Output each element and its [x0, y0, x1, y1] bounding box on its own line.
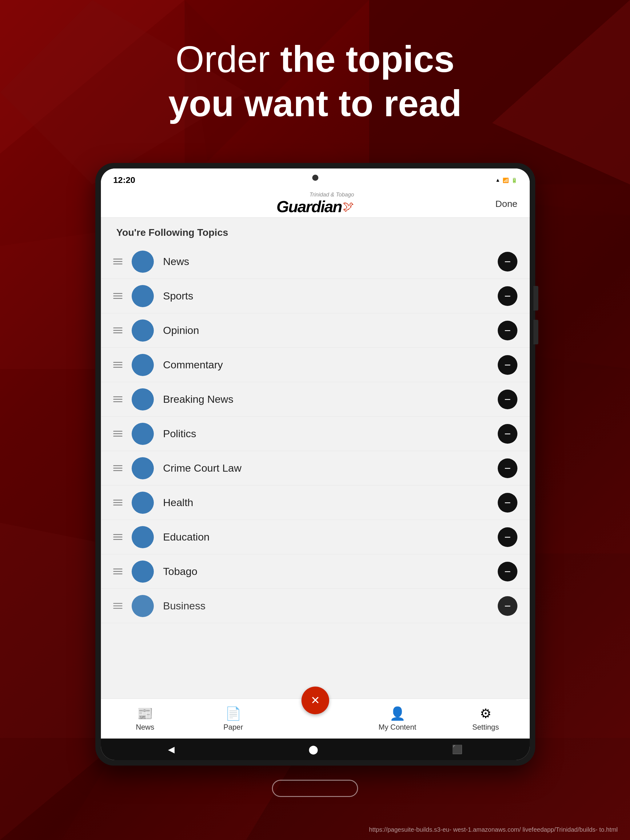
nav-item-news[interactable]: 📰 News [123, 706, 166, 731]
topic-name-commentary: Commentary [163, 359, 489, 371]
topic-name-crime-court-law: Crime Court Law [163, 462, 489, 474]
remove-btn-crime-court-law[interactable] [498, 458, 518, 478]
drag-handle-tobago[interactable] [113, 568, 122, 574]
news-nav-label: News [136, 723, 154, 731]
wifi-icon: ▲ [495, 177, 500, 183]
topic-icon-news [131, 251, 154, 273]
android-back-button[interactable]: ◀ [168, 744, 175, 755]
topic-icon-breaking-news [131, 388, 154, 411]
topic-name-politics: Politics [163, 428, 489, 440]
remove-btn-politics[interactable] [498, 424, 518, 444]
topic-name-news: News [163, 256, 489, 267]
topic-icon-politics [131, 423, 154, 445]
content-area: You're Following Topics News [101, 218, 530, 699]
remove-btn-tobago[interactable] [498, 562, 518, 581]
topic-name-opinion: Opinion [163, 324, 489, 336]
remove-btn-education[interactable] [498, 527, 518, 547]
remove-btn-sports[interactable] [498, 286, 518, 306]
my-content-nav-icon: 👤 [389, 706, 405, 721]
signal-icon: 📶 [503, 177, 509, 183]
topic-icon-business [131, 595, 154, 617]
topic-item-health: Health [101, 485, 530, 520]
topic-item-breaking-news: Breaking News [101, 382, 530, 417]
topic-icon-tobago [131, 561, 154, 583]
topic-icon-crime-court-law [131, 457, 154, 479]
tablet-frame: 12:20 ▲ 📶 🔋 Trinidad & Tobago Guardian 🕊… [95, 163, 535, 766]
app-bar: Trinidad & Tobago Guardian 🕊 Done [101, 190, 530, 218]
app-logo: Trinidad & Tobago Guardian 🕊 [277, 192, 354, 216]
page-header: Order the topics you want to read [0, 37, 630, 125]
topic-item-business: Business [101, 589, 530, 623]
android-nav-bar: ◀ ⬤ ⬛ [101, 739, 530, 760]
news-nav-icon: 📰 [137, 706, 153, 721]
remove-btn-commentary[interactable] [498, 355, 518, 375]
home-bar-container [272, 780, 358, 797]
android-home-button[interactable]: ⬤ [309, 744, 318, 755]
settings-nav-label: Settings [472, 723, 499, 731]
remove-btn-news[interactable] [498, 252, 518, 272]
paper-nav-label: Paper [223, 723, 243, 731]
drag-handle-sports[interactable] [113, 293, 122, 299]
status-right-icons: ▲ 📶 🔋 [495, 177, 518, 183]
topic-name-business: Business [163, 600, 489, 612]
tablet-camera [312, 175, 318, 181]
topic-item-news: News [101, 245, 530, 279]
tablet-button-right-2 [533, 320, 538, 344]
my-content-nav-label: My Content [378, 723, 416, 731]
url-bar: https://pagesuite-builds.s3-eu- west-1.a… [369, 825, 618, 834]
header-line1-bold: Order [176, 38, 270, 80]
tablet-screen: 12:20 ▲ 📶 🔋 Trinidad & Tobago Guardian 🕊… [101, 169, 530, 760]
section-title: You're Following Topics [101, 218, 530, 245]
topic-name-health: Health [163, 497, 489, 508]
topic-item-sports: Sports [101, 279, 530, 313]
drag-handle-breaking-news[interactable] [113, 396, 122, 402]
topic-name-education: Education [163, 531, 489, 543]
drag-handle-crime-court-law[interactable] [113, 465, 122, 471]
settings-nav-icon: ⚙ [480, 706, 492, 721]
topic-name-sports: Sports [163, 290, 489, 302]
topic-icon-education [131, 526, 154, 548]
remove-btn-health[interactable] [498, 493, 518, 513]
bottom-nav: 📰 News 📄 Paper 👤 My Content ⚙ Settings [101, 699, 530, 739]
nav-item-my-content[interactable]: 👤 My Content [376, 706, 419, 731]
home-bar [272, 780, 358, 797]
topic-item-politics: Politics [101, 417, 530, 451]
remove-btn-business[interactable] [498, 596, 518, 616]
topic-icon-health [131, 492, 154, 514]
nav-item-paper[interactable]: 📄 Paper [212, 706, 255, 731]
drag-handle-politics[interactable] [113, 431, 122, 437]
topic-name-tobago: Tobago [163, 565, 489, 578]
topic-icon-opinion [131, 319, 154, 342]
topic-item-commentary: Commentary [101, 348, 530, 382]
logo-guardian-text: Guardian [277, 197, 342, 216]
topic-item-tobago: Tobago [101, 554, 530, 589]
topic-name-breaking-news: Breaking News [163, 393, 489, 405]
remove-btn-breaking-news[interactable] [498, 390, 518, 409]
drag-handle-education[interactable] [113, 534, 122, 540]
drag-handle-news[interactable] [113, 259, 122, 264]
android-recent-button[interactable]: ⬛ [452, 744, 463, 755]
topics-list: News Sports [101, 245, 530, 699]
paper-nav-icon: 📄 [225, 706, 241, 721]
topic-item-crime-court-law: Crime Court Law [101, 451, 530, 485]
topic-item-education: Education [101, 520, 530, 554]
fab-close-button[interactable] [301, 687, 329, 714]
logo-bird-icon: 🕊 [343, 200, 354, 213]
topic-icon-sports [131, 285, 154, 307]
header-line1-rest: the topics [270, 38, 454, 80]
drag-handle-health[interactable] [113, 500, 122, 505]
status-time: 12:20 [113, 175, 135, 185]
drag-handle-business[interactable] [113, 603, 122, 609]
drag-handle-opinion[interactable] [113, 327, 122, 333]
battery-icon: 🔋 [511, 177, 518, 183]
done-button[interactable]: Done [495, 199, 518, 209]
nav-item-settings[interactable]: ⚙ Settings [464, 706, 507, 731]
logo-tagline: Trinidad & Tobago [309, 192, 354, 197]
drag-handle-commentary[interactable] [113, 362, 122, 368]
tablet-button-right-1 [533, 286, 538, 311]
topic-item-opinion: Opinion [101, 313, 530, 348]
topic-icon-commentary [131, 354, 154, 376]
header-line2: you want to read [168, 83, 461, 124]
remove-btn-opinion[interactable] [498, 321, 518, 340]
